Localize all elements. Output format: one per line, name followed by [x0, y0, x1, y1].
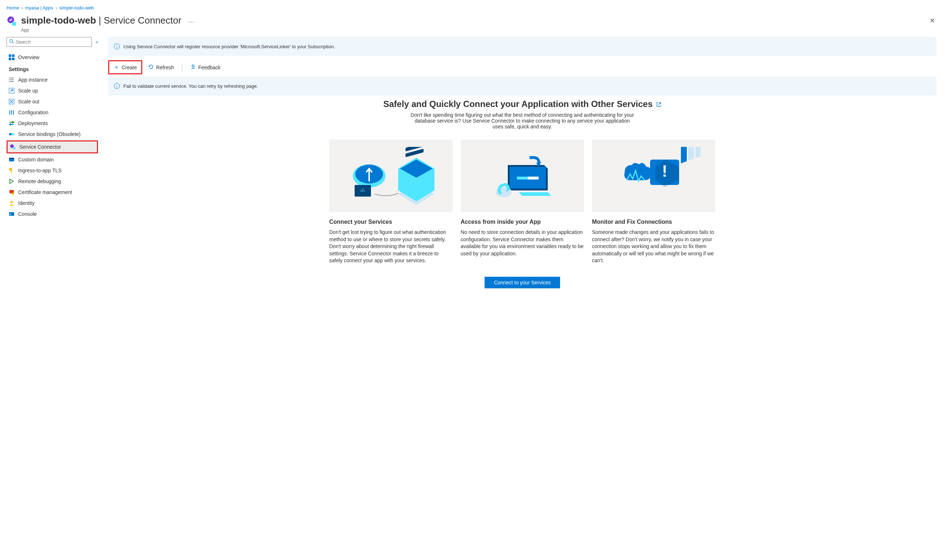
svg-rect-20 [11, 133, 14, 135]
sidebar-item-label: Identity [18, 200, 34, 206]
svg-line-3 [12, 42, 14, 43]
sidebar-item-service-connector[interactable]: Service Connector [8, 142, 97, 152]
sidebar-item-overview[interactable]: Overview [6, 52, 98, 63]
info-icon: i [114, 43, 120, 49]
svg-rect-24 [9, 158, 14, 159]
title-main: simple-todo-web [21, 15, 96, 26]
search-input-wrapper[interactable] [6, 37, 92, 47]
sidebar-item-label: Scale up [18, 88, 38, 94]
close-icon[interactable]: ✕ [928, 15, 937, 26]
search-icon [9, 39, 14, 45]
sidebar-item-label: Deployments [18, 120, 48, 126]
button-label: Feedback [198, 65, 220, 70]
svg-point-28 [12, 192, 14, 195]
svg-rect-1 [12, 22, 16, 26]
sidebar-item-certificate-management[interactable]: Certificate management [6, 187, 98, 198]
search-input[interactable] [15, 39, 89, 45]
sidebar-item-ingress-tls[interactable]: Ingress-to-app TLS [6, 165, 98, 176]
sidebar-item-console[interactable]: Console [6, 209, 98, 219]
card-monitor: ! Monitor and Fix Connections Someone ma… [592, 140, 715, 265]
refresh-icon [148, 64, 154, 71]
svg-text:!: ! [662, 162, 668, 180]
svg-point-11 [9, 78, 9, 78]
svg-point-31 [192, 65, 194, 67]
hero-title: Safely and Quickly Connect your Applicat… [108, 99, 937, 109]
config-icon [9, 109, 14, 115]
banner-text: Using Service Connector will register re… [123, 44, 335, 49]
more-icon[interactable]: … [188, 17, 194, 24]
sidebar-item-service-bindings[interactable]: Service bindings (Obsolete) [6, 129, 98, 140]
card-connect: ‹/› Connect your Services Don't get lost… [329, 140, 453, 265]
sidebar-item-configuration[interactable]: Configuration [6, 107, 98, 118]
card-title: Connect your Services [329, 219, 453, 225]
card-illustration: ‹/› [329, 140, 453, 212]
svg-line-32 [658, 103, 661, 105]
refresh-button[interactable]: Refresh [144, 62, 178, 73]
card-text: No need to store connection details in y… [461, 229, 584, 257]
play-icon [9, 178, 14, 184]
svg-text:‹/›: ‹/› [360, 188, 365, 193]
card-text: Someone made changes and your applicatio… [592, 229, 715, 265]
breadcrumb-sep: › [56, 5, 57, 11]
deployments-icon [9, 120, 14, 126]
breadcrumb-link-1[interactable]: myasa | Apps [25, 5, 53, 11]
identity-icon [9, 200, 14, 206]
scale-up-icon [9, 88, 14, 94]
card-title: Access from inside your App [461, 219, 584, 225]
svg-rect-40 [517, 177, 528, 180]
sidebar-item-app-instance[interactable]: App instance [6, 74, 98, 85]
card-illustration [461, 140, 584, 212]
overview-icon [9, 54, 14, 60]
key-icon [9, 168, 14, 173]
sidebar-item-label: Overview [18, 54, 39, 60]
breadcrumb-sep: › [22, 5, 23, 11]
sidebar-item-label: Certificate management [18, 189, 72, 195]
sidebar-item-label: Configuration [18, 109, 48, 115]
svg-rect-4 [9, 54, 11, 57]
page-subtitle: App [0, 28, 943, 37]
sidebar-item-deployments[interactable]: Deployments [6, 118, 98, 129]
hero-subtitle: Don't like spending time figuring out wh… [410, 112, 635, 129]
bindings-icon [9, 131, 14, 137]
breadcrumb-link-2[interactable]: simple-todo-web [59, 5, 94, 11]
sidebar-section-settings: Settings [6, 63, 98, 74]
connector-icon [10, 144, 15, 150]
svg-rect-5 [12, 54, 14, 57]
card-title: Monitor and Fix Connections [592, 219, 715, 225]
button-label: Refresh [156, 65, 174, 70]
svg-point-13 [9, 81, 9, 82]
title-light: Service Connector [104, 15, 182, 26]
card-illustration: ! [592, 140, 715, 212]
sidebar-item-remote-debugging[interactable]: Remote debugging [6, 176, 98, 187]
plus-icon: ＋ [114, 63, 119, 71]
external-link-icon[interactable] [656, 99, 661, 109]
hero-title-text: Safely and Quickly Connect your Applicat… [383, 99, 653, 109]
page-title: simple-todo-web | Service Connector [21, 15, 182, 26]
feature-cards: ‹/› Connect your Services Don't get lost… [108, 140, 937, 265]
sidebar-item-label: Ingress-to-app TLS [18, 168, 62, 173]
sidebar-item-scale-up[interactable]: Scale up [6, 85, 98, 96]
svg-rect-45 [688, 147, 694, 161]
sidebar-item-label: Remote debugging [18, 178, 61, 184]
toolbar: ＋ Create Refresh Feedback [108, 58, 937, 77]
info-banner-register: i Using Service Connector will register … [108, 37, 937, 56]
svg-rect-44 [681, 147, 687, 163]
sidebar-item-custom-domain[interactable]: Custom domain [6, 154, 98, 165]
sidebar-item-label: Service Connector [19, 144, 61, 150]
certificate-icon [9, 189, 14, 195]
list-icon [9, 77, 14, 83]
svg-rect-7 [12, 58, 14, 60]
button-label: Create [122, 65, 137, 70]
sidebar-item-identity[interactable]: Identity [6, 198, 98, 209]
feedback-button[interactable]: Feedback [186, 62, 225, 73]
breadcrumb-home[interactable]: Home [6, 5, 19, 11]
collapse-sidebar-icon[interactable]: « [96, 40, 98, 45]
sidebar-item-scale-out[interactable]: Scale out [6, 96, 98, 107]
domain-icon [9, 157, 14, 163]
create-button[interactable]: ＋ Create [109, 61, 141, 73]
sidebar: « Overview Settings App instance Scale u… [0, 37, 102, 288]
svg-point-29 [11, 201, 13, 203]
info-banner-fail: i Fail to validate current service. You … [108, 77, 937, 95]
connect-services-button[interactable]: Connect to your Services [485, 277, 560, 288]
console-icon [9, 211, 14, 217]
